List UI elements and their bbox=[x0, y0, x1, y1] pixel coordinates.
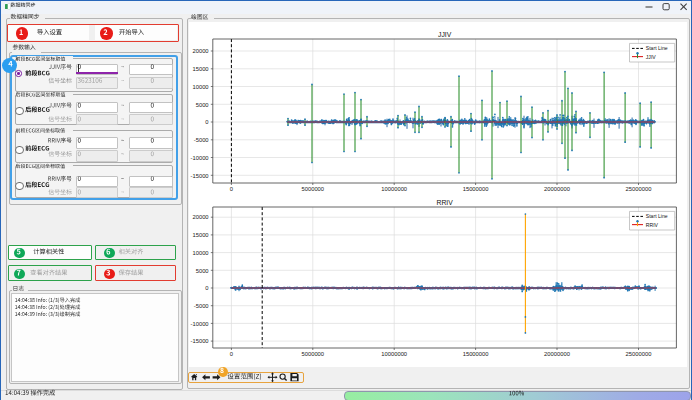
svg-text:5000000: 5000000 bbox=[302, 351, 325, 357]
svg-text:15000000: 15000000 bbox=[463, 186, 489, 192]
svg-text:-15000: -15000 bbox=[191, 338, 209, 344]
svg-text:0: 0 bbox=[205, 119, 208, 125]
svg-text:5000000: 5000000 bbox=[302, 186, 325, 192]
svg-text:10000000: 10000000 bbox=[381, 186, 407, 192]
svg-text:15000: 15000 bbox=[192, 66, 208, 72]
svg-text:25000000: 25000000 bbox=[626, 186, 652, 192]
svg-text:15000000: 15000000 bbox=[463, 351, 489, 357]
svg-text:JJIV: JJIV bbox=[438, 31, 452, 38]
svg-text:5000: 5000 bbox=[196, 102, 209, 108]
svg-text:0: 0 bbox=[205, 285, 208, 291]
svg-text:RRIV: RRIV bbox=[436, 199, 453, 206]
svg-text:15000: 15000 bbox=[192, 232, 208, 238]
svg-text:5000: 5000 bbox=[196, 268, 209, 274]
svg-text:-5000: -5000 bbox=[194, 303, 209, 309]
svg-text:Start Line: Start Line bbox=[646, 213, 668, 219]
svg-text:Start Line: Start Line bbox=[646, 45, 668, 51]
svg-text:-10000: -10000 bbox=[191, 321, 209, 327]
svg-text:20000: 20000 bbox=[192, 214, 208, 220]
svg-text:10000000: 10000000 bbox=[381, 351, 407, 357]
svg-text:25000000: 25000000 bbox=[626, 351, 652, 357]
svg-text:20000000: 20000000 bbox=[544, 186, 570, 192]
svg-text:0: 0 bbox=[230, 351, 233, 357]
svg-text:RRIV: RRIV bbox=[646, 222, 659, 228]
svg-text:-5000: -5000 bbox=[194, 137, 209, 143]
svg-text:10000: 10000 bbox=[192, 250, 208, 256]
svg-text:JJIV: JJIV bbox=[646, 54, 657, 60]
svg-text:0: 0 bbox=[230, 186, 233, 192]
svg-text:20000000: 20000000 bbox=[544, 351, 570, 357]
svg-text:10000: 10000 bbox=[192, 84, 208, 90]
svg-text:20000: 20000 bbox=[192, 48, 208, 54]
svg-text:-15000: -15000 bbox=[191, 173, 209, 179]
svg-text:-10000: -10000 bbox=[191, 155, 209, 161]
